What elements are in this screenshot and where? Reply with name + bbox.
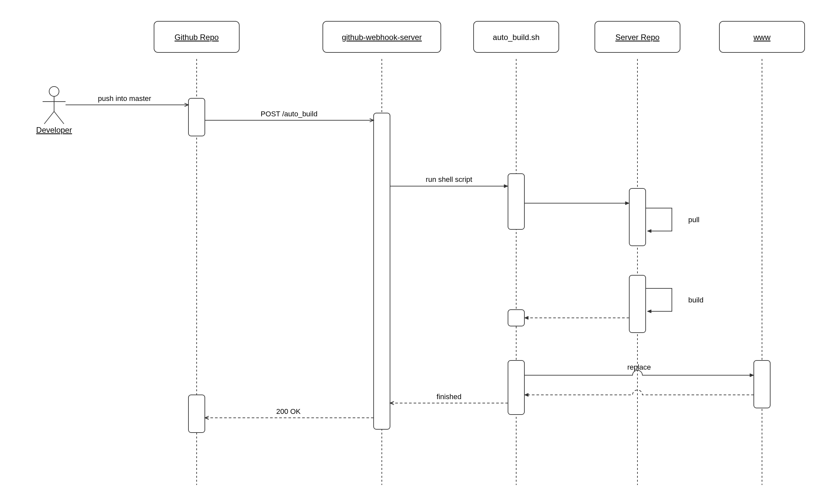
svg-rect-19 [508, 310, 524, 326]
participant-server-repo-label: Server Repo [615, 33, 660, 42]
participant-www-label: www [753, 33, 771, 42]
participant-headers: Github Repo github-webhook-server auto_b… [154, 21, 805, 52]
svg-line-3 [44, 111, 54, 124]
actor-developer: Developer [36, 87, 72, 134]
participant-script-label: auto_build.sh [493, 33, 540, 42]
svg-rect-16 [189, 395, 205, 433]
msg-replace: replace [627, 363, 651, 371]
lifelines [197, 59, 762, 485]
messages: push into master POST /auto_build run sh… [66, 94, 754, 418]
msg-run: run shell script [426, 175, 472, 183]
sequence-diagram: Developer Github Repo github-webhook-ser… [0, 0, 840, 504]
msg-ok: 200 OK [276, 407, 301, 415]
svg-line-4 [54, 111, 64, 124]
svg-rect-23 [754, 360, 770, 408]
svg-rect-22 [629, 275, 646, 332]
msg-post: POST /auto_build [261, 110, 317, 118]
svg-rect-20 [508, 360, 524, 415]
actor-label: Developer [36, 126, 72, 134]
svg-rect-15 [189, 98, 205, 136]
participant-webhook-label: github-webhook-server [342, 33, 422, 42]
svg-point-0 [49, 87, 59, 96]
msg-push: push into master [98, 94, 151, 103]
msg-build: build [688, 296, 703, 304]
msg-finished: finished [436, 393, 462, 401]
svg-rect-18 [508, 174, 524, 229]
svg-rect-17 [374, 113, 390, 429]
activations [189, 98, 770, 433]
svg-rect-21 [629, 188, 646, 246]
participant-github-label: Github Repo [175, 33, 219, 42]
msg-pull: pull [688, 216, 699, 224]
